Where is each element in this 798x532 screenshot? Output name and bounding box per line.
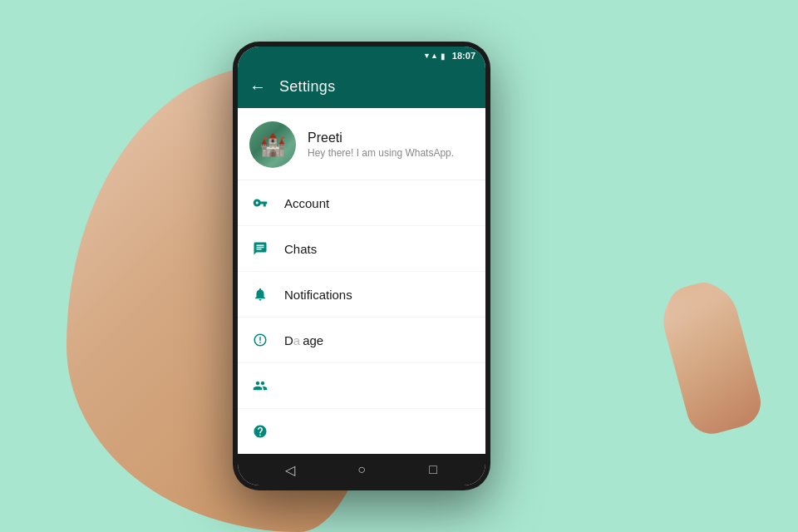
chat-icon: [249, 238, 271, 259]
back-button[interactable]: ←: [249, 77, 266, 96]
status-bar: ▼▲ ▮ 18:07: [238, 47, 485, 65]
wifi-icon: ▼▲: [423, 52, 438, 60]
notifications-label: Notifications: [284, 288, 352, 302]
data-label: Da age: [284, 333, 323, 347]
battery-icon: ▮: [441, 52, 446, 61]
app-bar: ← Settings: [238, 65, 485, 108]
menu-item-account[interactable]: Account: [238, 180, 485, 226]
menu-item-help[interactable]: [238, 409, 485, 454]
help-icon: [249, 421, 271, 442]
nav-back-button[interactable]: ◁: [278, 457, 303, 482]
navigation-bar: ◁ ○ □: [238, 454, 485, 485]
bell-icon: [249, 283, 271, 305]
menu-list: Account Chats: [238, 180, 485, 454]
profile-name: Preeti: [308, 131, 474, 145]
chats-label: Chats: [284, 242, 317, 256]
scene: ▼▲ ▮ 18:07 ← Settings 🏰: [0, 0, 798, 532]
menu-item-chats[interactable]: Chats: [238, 226, 485, 272]
menu-item-data[interactable]: Da age: [238, 318, 485, 363]
people-icon: [249, 375, 271, 397]
nav-recent-button[interactable]: □: [421, 457, 446, 482]
profile-status: Hey there! I am using WhatsApp.: [308, 147, 474, 159]
data-icon: [249, 329, 271, 351]
finger-overlay: [655, 275, 766, 439]
avatar: 🏰: [249, 121, 296, 168]
phone-device: ▼▲ ▮ 18:07 ← Settings 🏰: [233, 42, 490, 490]
profile-section[interactable]: 🏰 Preeti Hey there! I am using WhatsApp.: [238, 108, 485, 180]
content-area: 🏰 Preeti Hey there! I am using WhatsApp.: [238, 108, 485, 454]
phone-screen: ▼▲ ▮ 18:07 ← Settings 🏰: [238, 47, 485, 485]
profile-info: Preeti Hey there! I am using WhatsApp.: [308, 131, 474, 159]
status-time: 18:07: [452, 51, 475, 61]
status-icons: ▼▲ ▮: [423, 52, 446, 61]
nav-home-button[interactable]: ○: [349, 457, 374, 482]
account-label: Account: [284, 196, 329, 210]
app-bar-title: Settings: [279, 78, 335, 96]
key-icon: [249, 192, 271, 214]
menu-item-contacts[interactable]: [238, 363, 485, 409]
avatar-image: 🏰: [249, 121, 296, 168]
menu-item-notifications[interactable]: Notifications: [238, 272, 485, 318]
